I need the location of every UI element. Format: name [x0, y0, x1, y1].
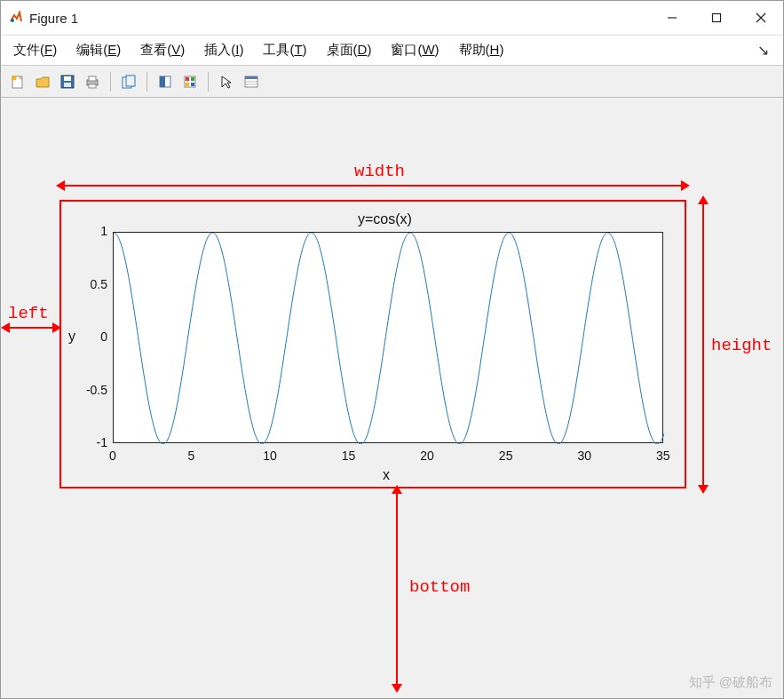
figure-window: Figure 1 文件(F) 编辑(E) 查看(V) 插入(I) 工具(T) 桌…: [0, 0, 784, 699]
menubar: 文件(F) 编辑(E) 查看(V) 插入(I) 工具(T) 桌面(D) 窗口(W…: [1, 36, 783, 66]
annotation-width-label: width: [349, 162, 410, 181]
annotation-bottom-label: bottom: [409, 577, 470, 597]
svg-rect-14: [126, 75, 135, 86]
svg-line-3: [756, 13, 765, 22]
svg-rect-19: [191, 77, 194, 81]
svg-rect-21: [191, 83, 194, 86]
menu-help[interactable]: 帮助(H): [459, 42, 504, 59]
line-plot: [114, 233, 664, 444]
svg-point-6: [12, 75, 17, 80]
annotation-height-label: height: [711, 336, 772, 355]
colorbar-legend-button[interactable]: [178, 70, 202, 93]
matlab-icon: [8, 10, 24, 26]
x-tick: 5: [188, 449, 195, 463]
dock-corner-icon[interactable]: ↘: [757, 42, 771, 59]
svg-rect-20: [186, 83, 189, 86]
y-tick: 0: [79, 330, 107, 344]
x-tick: 10: [263, 449, 277, 463]
y-tick: -1: [79, 435, 107, 449]
x-tick: 30: [577, 449, 591, 463]
x-tick: 20: [420, 449, 434, 463]
y-tick: 1: [79, 224, 107, 238]
x-tick: 25: [499, 449, 513, 463]
menu-view[interactable]: 查看(V): [140, 42, 185, 59]
menu-tools[interactable]: 工具(T): [263, 42, 306, 59]
menu-insert[interactable]: 插入(I): [204, 42, 243, 59]
link-plot-button[interactable]: [154, 70, 177, 93]
close-button[interactable]: [739, 1, 783, 36]
watermark: 知乎 @破船布: [689, 674, 772, 691]
x-axis-label: x: [383, 467, 390, 483]
toolbar: [1, 66, 783, 98]
svg-rect-12: [89, 84, 96, 88]
window-controls: [650, 1, 783, 36]
svg-rect-11: [89, 76, 96, 81]
pointer-button[interactable]: [215, 70, 238, 93]
open-button[interactable]: [31, 70, 54, 93]
svg-rect-8: [64, 76, 71, 81]
figure-canvas[interactable]: width height left bottom: [1, 98, 783, 698]
svg-rect-18: [186, 77, 189, 81]
menu-edit[interactable]: 编辑(E): [76, 42, 121, 59]
property-editor-button[interactable]: [240, 70, 263, 93]
copy-figure-button[interactable]: [117, 70, 140, 93]
y-tick: -0.5: [79, 383, 107, 397]
annotation-left-label: left: [8, 304, 49, 323]
svg-rect-9: [64, 83, 71, 87]
menu-window[interactable]: 窗口(W): [391, 42, 439, 59]
svg-rect-16: [160, 76, 165, 87]
window-title: Figure 1: [29, 11, 650, 26]
titlebar: Figure 1: [1, 1, 783, 36]
save-button[interactable]: [56, 70, 79, 93]
minimize-button[interactable]: [650, 1, 694, 36]
y-axis-label: y: [68, 329, 75, 345]
chart-title: y=cos(x): [358, 211, 412, 227]
maximize-button[interactable]: [694, 1, 739, 36]
x-tick: 35: [656, 449, 670, 463]
svg-point-0: [11, 19, 14, 22]
y-tick: 0.5: [79, 277, 107, 291]
print-button[interactable]: [81, 70, 104, 93]
menu-desktop[interactable]: 桌面(D): [327, 42, 372, 59]
x-tick: 0: [109, 449, 116, 463]
svg-line-4: [756, 13, 765, 22]
svg-rect-2: [713, 14, 721, 22]
svg-rect-23: [245, 76, 257, 79]
x-tick: 15: [342, 449, 356, 463]
menu-file[interactable]: 文件(F): [13, 42, 57, 59]
new-figure-button[interactable]: [6, 70, 29, 93]
axes[interactable]: [113, 232, 663, 443]
